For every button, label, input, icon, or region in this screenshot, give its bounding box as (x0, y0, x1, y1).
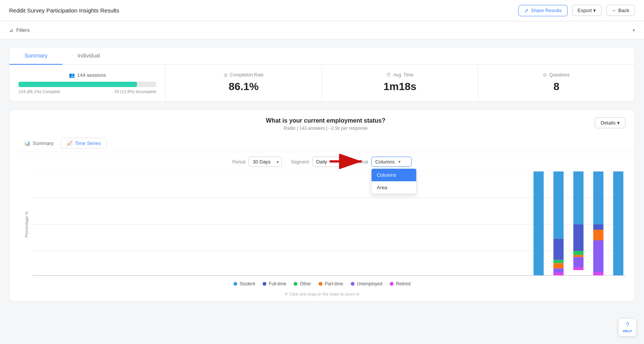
legend-label-unemployed: Unemployed (357, 281, 382, 286)
questions-icon: ⊙ (543, 72, 547, 78)
bar-dec16-unemployed (573, 257, 583, 267)
y-axis-label: Percentage % (24, 211, 29, 237)
questions-value: 8 (487, 81, 625, 93)
sessions-stat: 👥 144 sessions 124 (86.1%) Complete 20 (… (9, 65, 166, 101)
stats-card: Summary Individual 👥 144 sessions 124 (8… (9, 47, 635, 102)
bar-dec15-parttime (554, 263, 564, 268)
main-content: Summary Individual 👥 144 sessions 124 (8… (0, 39, 644, 317)
format-option-columns[interactable]: Columns (372, 169, 416, 181)
bar-dec15-retired (554, 272, 564, 276)
completion-rate-value: 86.1% (175, 81, 313, 93)
main-tabs: Summary Individual (9, 47, 635, 65)
bar-dec17-unemployed (593, 240, 604, 272)
avg-time-value: 1m18s (331, 81, 469, 93)
tab-summary[interactable]: Summary (9, 47, 62, 65)
filters-section[interactable]: ⊿ Filters (9, 27, 30, 33)
format-label: Format (354, 159, 368, 165)
chart-tabs: 📊 Summary 📈 Time Series (9, 135, 635, 152)
complete-label: 124 (86.1%) Complete (19, 89, 60, 94)
chart-area: Percentage % 100 75 50 25 0 Nov 19th (9, 171, 635, 277)
chevron-down-icon: ▾ (617, 120, 620, 126)
period-select[interactable]: 7 Days 14 Days 30 Days 90 Days (249, 157, 282, 167)
filters-bar: ⊿ Filters ▾ (0, 21, 644, 39)
legend-item-student: Student (233, 281, 255, 286)
page-title: Reddit Survey Participation Insights Res… (9, 7, 119, 14)
legend-item-unemployed: Unemployed (351, 281, 382, 286)
legend-dot-parttime (319, 282, 322, 286)
top-bar: Reddit Survey Participation Insights Res… (0, 0, 644, 21)
progress-bar-fill (19, 82, 137, 87)
details-button[interactable]: Details ▾ (595, 117, 625, 128)
format-button[interactable]: Columns (371, 157, 412, 167)
format-option-area[interactable]: Area (372, 181, 416, 194)
arrow-left-icon: ← (612, 8, 617, 13)
question-meta: Radio | 143 answers | ~2.9s per response (56, 126, 595, 131)
sessions-icon: 👥 (69, 72, 75, 78)
period-control: Period 7 Days 14 Days 30 Days 90 Days (232, 157, 282, 167)
trend-icon: 📈 (67, 140, 73, 146)
bar-dec16-fulltime (573, 224, 583, 251)
bar-dec14-student (534, 171, 544, 276)
legend-item-fulltime: Full-time (263, 281, 286, 286)
questions-stat: ⊙ Questions 8 (478, 65, 635, 101)
segment-label: Segment (291, 159, 309, 165)
format-dropdown-wrapper: Columns Columns Area (371, 157, 412, 167)
top-bar-actions: ⇗ Share Results Export ▾ ← Back (518, 5, 635, 16)
segment-select[interactable]: Daily Weekly Monthly (312, 157, 345, 167)
format-dropdown-menu: Columns Area (371, 168, 417, 194)
legend-dot-student (233, 282, 237, 286)
legend-dot-retired (390, 282, 394, 286)
time-icon: ⏱ (386, 72, 391, 78)
bar-dec16-student (573, 171, 583, 224)
legend-label-retired: Retired (396, 281, 411, 286)
legend-label-parttime: Part-time (325, 281, 343, 286)
question-title: What is your current employment status? (56, 117, 595, 124)
chart-tab-summary[interactable]: 📊 Summary (19, 138, 59, 149)
bar-dec18-student (613, 171, 624, 276)
bar-dec15-unemployed (554, 268, 564, 272)
bar-dec16-retired (573, 267, 583, 270)
share-results-button[interactable]: ⇗ Share Results (518, 5, 568, 16)
incomplete-label: 20 (13.9%) Incomplete (114, 89, 156, 94)
completion-rate-stat: ◎ Completion Rate 86.1% (166, 65, 322, 101)
bar-dec17-parttime (593, 230, 604, 240)
bar-dec15-other (554, 260, 564, 263)
legend-label-student: Student (240, 281, 255, 286)
back-button[interactable]: ← Back (606, 5, 635, 16)
chart-controls: Period 7 Days 14 Days 30 Days 90 Days Se… (9, 152, 635, 171)
bar-dec17-student (593, 171, 604, 224)
legend-dot-unemployed (351, 282, 355, 286)
filter-icon: ⊿ (9, 27, 13, 33)
bar-dec15-student (554, 171, 564, 239)
legend-row: Student Full-time Other Part-time Unempl… (9, 277, 635, 290)
avg-time-stat: ⏱ Avg. Time 1m18s (322, 65, 478, 101)
legend-dot-fulltime (263, 282, 266, 286)
format-control: Format Columns Columns Area (354, 157, 412, 167)
legend-item-parttime: Part-time (319, 281, 343, 286)
filters-label: Filters (16, 27, 30, 33)
legend-item-retired: Retired (390, 281, 411, 286)
bar-dec17-retired (593, 272, 604, 276)
filters-collapse-icon[interactable]: ▾ (633, 28, 635, 33)
share-icon: ⇗ (524, 8, 529, 14)
segment-select-wrapper: Daily Weekly Monthly (312, 157, 345, 167)
bar-dec16-parttime (573, 255, 583, 257)
legend-dot-other (294, 282, 297, 286)
period-label: Period (232, 159, 246, 165)
legend-label-other: Other (300, 281, 311, 286)
stats-row: 👥 144 sessions 124 (86.1%) Complete 20 (… (9, 65, 635, 101)
chart-footer: ⟳ Click and drag on the chart to zoom in (9, 290, 635, 301)
bar-dec15-fulltime (554, 239, 564, 260)
tab-individual[interactable]: Individual (62, 47, 115, 65)
progress-bar-bg (19, 82, 156, 87)
bar-dec16-other (573, 251, 583, 255)
export-button[interactable]: Export ▾ (572, 5, 602, 16)
question-header: What is your current employment status? … (9, 110, 635, 135)
chart-tab-time-series[interactable]: 📈 Time Series (61, 138, 107, 149)
bar-chart-icon: 📊 (24, 140, 30, 146)
chevron-down-icon: ▾ (593, 8, 596, 13)
legend-label-fulltime: Full-time (269, 281, 286, 286)
completion-icon: ◎ (224, 72, 227, 78)
question-title-block: What is your current employment status? … (56, 117, 595, 131)
chart-svg: 100 75 50 25 0 Nov 19th Nov 20th Nov 21s… (32, 171, 625, 277)
